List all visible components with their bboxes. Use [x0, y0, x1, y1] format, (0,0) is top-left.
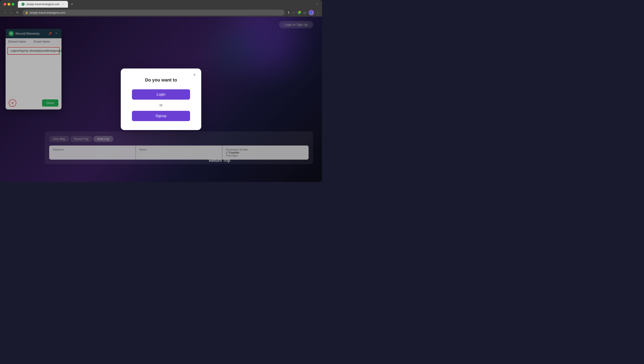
- forward-button[interactable]: ›: [9, 10, 14, 15]
- tab-favicon: ✈: [22, 3, 24, 6]
- new-tab-button[interactable]: +: [69, 1, 75, 8]
- share-icon[interactable]: ⬆: [287, 11, 290, 14]
- maximize-window-button[interactable]: [12, 3, 14, 6]
- modal-close-button[interactable]: ×: [192, 72, 198, 78]
- traffic-lights: [4, 3, 14, 6]
- modal-or-text: or: [132, 103, 190, 107]
- active-tab[interactable]: ✈ simply-travel.testsigma.com ×: [18, 1, 68, 8]
- tab-title: simply-travel.testsigma.com: [26, 3, 60, 6]
- page-content: Login or Sign Up One Way Round Trip Mult…: [0, 17, 322, 182]
- refresh-button[interactable]: ↻: [15, 10, 20, 15]
- url-bar[interactable]: 🔒 simply-travel.testsigma.com: [22, 10, 285, 16]
- login-signup-modal: × Do you want to Login or Signup: [121, 69, 201, 130]
- profile-avatar[interactable]: 👤: [308, 10, 314, 15]
- toolbar-icons: ⬆ ☆ 🧩 ▭ 👤 ⋮: [287, 10, 319, 15]
- back-button[interactable]: ‹: [3, 10, 7, 15]
- modal-title: Do you want to: [132, 77, 190, 83]
- address-bar: ‹ › ↻ 🔒 simply-travel.testsigma.com ⬆ ☆ …: [0, 9, 322, 17]
- bookmark-icon[interactable]: ☆: [292, 11, 295, 14]
- window-controls: ⋯: [316, 3, 318, 6]
- browser-window: ✈ simply-travel.testsigma.com × + ⋯ ‹ › …: [0, 0, 322, 182]
- tab-bar: ✈ simply-travel.testsigma.com × +: [18, 1, 314, 8]
- lock-icon: 🔒: [25, 11, 28, 14]
- modal-signup-button[interactable]: Signup: [132, 111, 190, 121]
- close-window-button[interactable]: [4, 3, 6, 6]
- modal-overlay: × Do you want to Login or Signup: [0, 17, 322, 182]
- menu-icon[interactable]: ⋮: [316, 11, 319, 14]
- tab-close-button[interactable]: ×: [61, 3, 64, 6]
- title-bar: ✈ simply-travel.testsigma.com × + ⋯: [0, 0, 322, 9]
- nav-buttons: ‹ › ↻: [3, 10, 20, 15]
- extensions-icon[interactable]: 🧩: [298, 11, 301, 14]
- url-text: simply-travel.testsigma.com: [30, 11, 65, 14]
- modal-login-button[interactable]: Login: [132, 89, 190, 100]
- minimize-window-button[interactable]: [8, 3, 10, 6]
- sidebar-icon[interactable]: ▭: [304, 11, 306, 14]
